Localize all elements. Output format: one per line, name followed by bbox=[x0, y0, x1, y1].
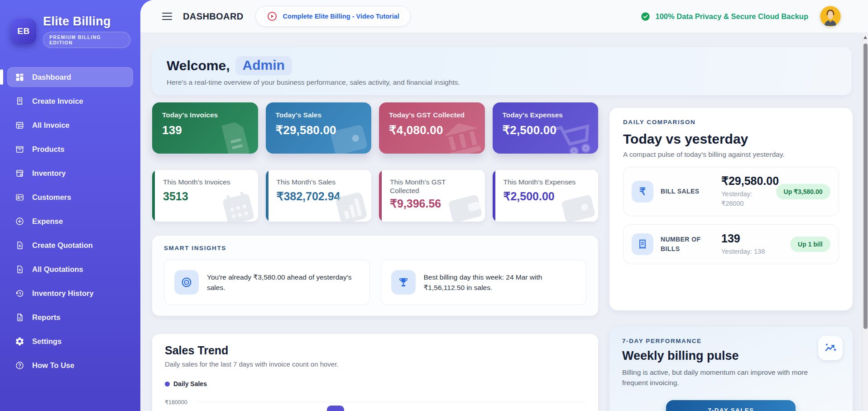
welcome-username: Admin bbox=[235, 56, 292, 75]
scrollbar-thumb[interactable] bbox=[863, 44, 868, 329]
hamburger-menu-icon[interactable] bbox=[160, 11, 174, 22]
up-badge: Up 1 bill bbox=[790, 237, 830, 252]
sales-trend-chart: ₹160000 ₹140000 bbox=[165, 393, 585, 411]
video-tutorial-label: Complete Elite Billing - Video Tutorial bbox=[283, 13, 399, 20]
wallet-icon bbox=[323, 114, 371, 154]
stat-label: This Month's Expenses bbox=[504, 178, 590, 186]
invoice-list-icon bbox=[14, 120, 24, 130]
metric-value: 139 bbox=[721, 232, 783, 245]
sidebar-item-create-invoice[interactable]: Create Invoice bbox=[7, 91, 133, 111]
sidebar-item-reports[interactable]: Reports bbox=[7, 307, 133, 327]
verified-check-icon bbox=[640, 11, 651, 22]
stat-card-month-sales: This Month's Sales ₹382,702.94 bbox=[266, 170, 372, 222]
seven-day-sales-button[interactable]: 7-DAY SALES bbox=[666, 400, 796, 411]
gear-icon bbox=[14, 336, 24, 346]
daily-comparison-card: DAILY COMPARISON Today vs yesterday A co… bbox=[609, 108, 853, 310]
sidebar-item-label: Settings bbox=[32, 337, 62, 346]
sidebar-item-label: All Invoice bbox=[32, 121, 70, 130]
main-area: DASHBOARD Complete Elite Billing - Video… bbox=[140, 0, 868, 411]
sidebar-item-label: Inventory History bbox=[32, 289, 94, 298]
stat-card-todays-invoices: Today's Invoices 139 bbox=[152, 102, 258, 154]
cart-icon bbox=[550, 114, 598, 154]
up-badge: Up ₹3,580.00 bbox=[776, 184, 830, 199]
sidebar-item-label: Reports bbox=[32, 313, 60, 322]
insight-text: Best billing day this week: 24 Mar with … bbox=[424, 272, 576, 293]
section-label: SMART INSIGHTS bbox=[164, 245, 586, 251]
today-stats-row: Today's Invoices 139 Today's Sales ₹29,5… bbox=[152, 102, 598, 154]
sales-trend-card: Sales Trend Daily sales for the last 7 d… bbox=[152, 334, 598, 411]
sidebar-item-customers[interactable]: Customers bbox=[7, 187, 133, 207]
scrollbar-up-arrow[interactable] bbox=[863, 36, 867, 39]
sidebar-item-label: Products bbox=[32, 145, 65, 154]
storefront-icon bbox=[14, 168, 24, 178]
bills-receipt-icon bbox=[632, 233, 653, 255]
stat-label: This Month's GST Collected bbox=[390, 178, 453, 195]
app-name: Elite Billing bbox=[43, 15, 130, 29]
bank-icon bbox=[437, 114, 485, 154]
smart-insights-section: SMART INSIGHTS You're already ₹3,580.00 … bbox=[152, 236, 598, 316]
privacy-badge: 100% Data Privacy & Secure Cloud Backup bbox=[640, 11, 808, 22]
metric-name: NUMBER OF BILLS bbox=[661, 235, 714, 254]
month-stats-row: This Month's Invoices 3513 This Month's … bbox=[152, 170, 598, 222]
target-spiral-icon bbox=[174, 270, 199, 295]
svg-text:$: $ bbox=[19, 244, 21, 248]
contact-card-icon bbox=[14, 192, 24, 202]
sidebar-item-label: How To Use bbox=[32, 361, 74, 370]
metric-name: BILL SALES bbox=[661, 187, 714, 196]
sidebar-item-dashboard[interactable]: Dashboard bbox=[7, 67, 133, 87]
play-icon bbox=[267, 11, 278, 22]
chart-bar[interactable] bbox=[327, 406, 344, 411]
sidebar-item-inventory-history[interactable]: Inventory History bbox=[7, 283, 133, 303]
sidebar-item-all-quotations[interactable]: $ All Quotations bbox=[7, 259, 133, 279]
welcome-greeting: Welcome, bbox=[167, 58, 230, 73]
content: Welcome, Admin Here's a real-time overvi… bbox=[140, 33, 868, 411]
stat-card-todays-expenses: Today's Expenses ₹2,500.00 bbox=[493, 102, 599, 154]
svg-text:$: $ bbox=[19, 268, 21, 272]
sidebar-item-label: Create Invoice bbox=[32, 97, 83, 106]
insight-card-best-day: Best billing day this week: 24 Mar with … bbox=[381, 260, 587, 305]
section-label: 7-DAY PERFORMANCE bbox=[622, 338, 840, 344]
daily-comparison-title: Today vs yesterday bbox=[623, 131, 839, 147]
stat-card-month-invoices: This Month's Invoices 3513 bbox=[152, 170, 258, 222]
sidebar-item-how-to-use[interactable]: How To Use bbox=[7, 355, 133, 375]
file-dollar-icon: $ bbox=[14, 264, 24, 274]
stat-card-todays-gst: Today's GST Collected ₹4,080.00 bbox=[379, 102, 485, 154]
dashboard-grid-icon bbox=[14, 72, 24, 82]
sidebar-item-inventory[interactable]: Inventory bbox=[7, 163, 133, 183]
y-axis-tick: ₹160000 bbox=[165, 399, 193, 406]
question-circle-icon bbox=[14, 360, 24, 370]
gridline-row: ₹160000 bbox=[165, 393, 585, 411]
file-dollar-icon: $ bbox=[14, 240, 24, 250]
legend-dot bbox=[165, 382, 170, 387]
sidebar-nav: Dashboard Create Invoice All Invoice Pro… bbox=[0, 67, 140, 375]
sidebar-item-label: Customers bbox=[32, 193, 71, 202]
sidebar-item-create-quotation[interactable]: $ Create Quotation bbox=[7, 235, 133, 255]
sidebar-item-settings[interactable]: Settings bbox=[7, 331, 133, 351]
sidebar-item-expense[interactable]: Expense bbox=[7, 211, 133, 231]
legend-label: Daily Sales bbox=[173, 380, 207, 387]
welcome-subtitle: Here's a real-time overview of your busi… bbox=[167, 78, 837, 87]
receipt-icon bbox=[14, 96, 24, 106]
left-column: Today's Invoices 139 Today's Sales ₹29,5… bbox=[152, 102, 598, 411]
vertical-scrollbar[interactable] bbox=[862, 34, 868, 411]
history-clock-icon bbox=[14, 288, 24, 298]
sidebar: EB Elite Billing PREMIUM BILLING EDITION… bbox=[0, 0, 140, 411]
weekly-subtitle: Billing is active, but daily momentum ca… bbox=[622, 367, 817, 388]
weekly-performance-card: 7-DAY PERFORMANCE Weekly billing pulse B… bbox=[609, 327, 853, 411]
chart-legend: Daily Sales bbox=[165, 380, 585, 387]
stat-label: This Month's Sales bbox=[277, 178, 364, 186]
user-avatar[interactable] bbox=[820, 6, 841, 27]
report-file-icon bbox=[14, 312, 24, 322]
daily-comparison-subtitle: A compact pulse of today's billing again… bbox=[623, 150, 839, 159]
sidebar-item-all-invoice[interactable]: All Invoice bbox=[7, 115, 133, 135]
privacy-text: 100% Data Privacy & Secure Cloud Backup bbox=[656, 12, 808, 21]
stat-card-month-gst: This Month's GST Collected ₹9,396.56 bbox=[379, 170, 485, 222]
sidebar-item-label: Expense bbox=[32, 217, 63, 226]
trending-chart-icon bbox=[818, 336, 843, 360]
comparison-row-bill-sales: ₹ BILL SALES ₹29,580.00 Yesterday: ₹2600… bbox=[623, 167, 839, 216]
sidebar-item-products[interactable]: Products bbox=[7, 139, 133, 159]
stat-card-month-expenses: This Month's Expenses ₹2,500.00 bbox=[493, 170, 599, 222]
sidebar-item-label: Dashboard bbox=[32, 73, 71, 82]
right-column: DAILY COMPARISON Today vs yesterday A co… bbox=[609, 108, 853, 411]
video-tutorial-button[interactable]: Complete Elite Billing - Video Tutorial bbox=[255, 6, 411, 27]
